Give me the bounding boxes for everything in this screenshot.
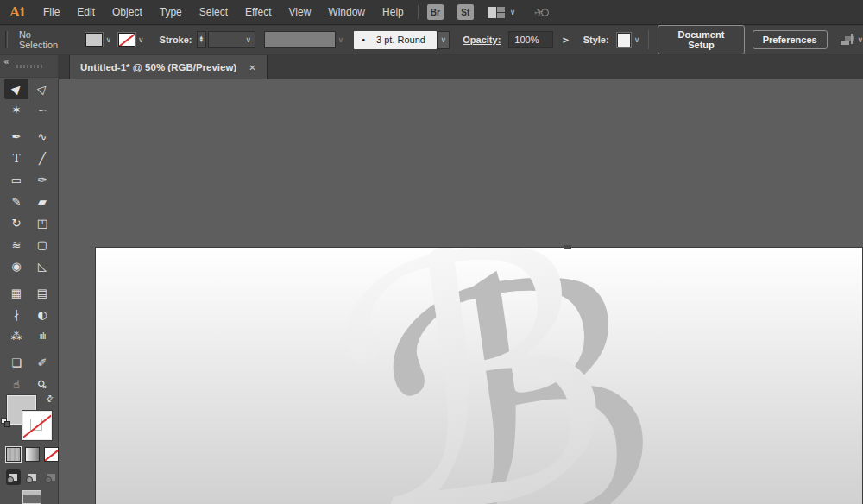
direct-selection-tool[interactable]: ▷: [30, 79, 54, 99]
rotate-tool[interactable]: ↻: [4, 213, 28, 234]
fill-swatch-chip: [85, 33, 103, 47]
menu-help[interactable]: Help: [374, 1, 413, 23]
document-tab-bar: Untitled-1* @ 50% (RGB/Preview) ✕: [59, 55, 863, 79]
tools-panel-header: «: [0, 55, 58, 78]
draw-normal-button[interactable]: [6, 469, 21, 485]
eyedropper-tool[interactable]: ∤: [4, 305, 28, 325]
stroke-color-dropdown[interactable]: ∨: [118, 33, 144, 47]
menu-window[interactable]: Window: [319, 1, 374, 23]
curvature-tool[interactable]: ∿: [30, 127, 54, 148]
stroke-weight-chevron-icon: ∨: [246, 36, 252, 44]
lasso-tool[interactable]: ∽: [30, 100, 54, 121]
pencil-tool[interactable]: ✎: [4, 192, 28, 212]
brush-definition-preview[interactable]: [264, 31, 335, 48]
document-setup-button[interactable]: Document Setup: [658, 25, 744, 54]
line-segment-tool-icon: ╱: [39, 153, 46, 164]
gradient-tool[interactable]: ▤: [30, 283, 54, 304]
style-chevron-icon[interactable]: ∨: [634, 36, 640, 44]
perspective-grid-tool[interactable]: ◺: [30, 256, 54, 277]
arrange-chevron-icon[interactable]: ∨: [857, 36, 863, 44]
menu-effect[interactable]: Effect: [236, 1, 280, 23]
artboard-handle[interactable]: [564, 245, 571, 249]
pen-tool[interactable]: ✒: [4, 127, 28, 148]
scale-tool[interactable]: ◳: [30, 213, 54, 234]
blend-tool-icon: ◐: [37, 309, 47, 320]
control-bar-divider: [648, 30, 649, 49]
menu-view[interactable]: View: [280, 1, 320, 23]
bridge-button[interactable]: Br: [427, 4, 444, 20]
tab-close-icon[interactable]: ✕: [249, 63, 255, 72]
fill-color-dropdown[interactable]: ∨: [85, 33, 111, 47]
screen-mode-button[interactable]: [22, 490, 41, 504]
workspace-switcher-icon[interactable]: [488, 7, 505, 18]
selection-tool[interactable]: ▶: [4, 79, 28, 99]
workspace-chevron-icon[interactable]: ∨: [510, 9, 516, 16]
width-tool-icon: ≋: [12, 239, 22, 250]
width-tool[interactable]: ≋: [4, 235, 28, 255]
shape-builder-tool-icon: ◉: [11, 261, 21, 272]
brush-preset-chevron[interactable]: ∨: [437, 31, 450, 49]
type-tool-icon: T: [13, 153, 21, 164]
stroke-weight-dropdown[interactable]: ∨: [208, 31, 255, 48]
paintbrush-tool-icon: ✑: [38, 174, 47, 186]
menu-bar: Ai File Edit Object Type Select Effect V…: [0, 0, 863, 25]
free-transform-tool[interactable]: ▢: [30, 235, 54, 255]
magic-wand-tool-icon: ✶: [12, 104, 22, 116]
slice-tool[interactable]: ✐: [30, 353, 54, 374]
stroke-none-chip: [118, 33, 135, 47]
hand-tool[interactable]: ☝: [4, 375, 28, 395]
fill-chevron-icon: ∨: [105, 36, 111, 44]
default-fill-stroke-icon[interactable]: [1, 418, 11, 428]
opacity-label[interactable]: Opacity:: [463, 35, 501, 45]
stroke-color-swatch[interactable]: [22, 411, 52, 440]
none-button[interactable]: [44, 447, 59, 462]
canvas-area[interactable]: ℬ ℬ: [59, 79, 863, 504]
swap-fill-stroke-icon[interactable]: ⇄: [43, 393, 55, 405]
brush-preview-chevron-icon[interactable]: ∨: [338, 36, 344, 44]
menu-type[interactable]: Type: [151, 1, 191, 23]
opacity-expand-icon[interactable]: >: [557, 35, 574, 45]
type-tool[interactable]: T: [4, 148, 28, 169]
draw-behind-button[interactable]: [25, 469, 40, 485]
line-segment-tool[interactable]: ╱: [30, 148, 54, 169]
menu-select[interactable]: Select: [191, 1, 236, 23]
workspace: Untitled-1* @ 50% (RGB/Preview) ✕ « ▶ ▷ …: [0, 55, 863, 504]
collapse-panel-icon[interactable]: «: [3, 56, 9, 67]
blend-tool[interactable]: ◐: [30, 305, 54, 325]
control-bar: No Selection ∨ ∨ Stroke: ▴ ▾ ∨ ∨ • 3 pt.…: [0, 26, 863, 54]
stock-button[interactable]: St: [457, 4, 474, 20]
mesh-tool[interactable]: ▦: [4, 283, 28, 304]
shape-builder-tool[interactable]: ◉: [4, 256, 28, 277]
letter-b-highlight: ℬ: [312, 248, 637, 504]
brush-dot-icon: •: [361, 35, 366, 45]
eraser-tool[interactable]: ▰: [30, 192, 54, 212]
zoom-tool-icon: ♀: [35, 378, 49, 392]
artboard[interactable]: ℬ ℬ: [95, 247, 863, 504]
paintbrush-tool[interactable]: ✑: [30, 170, 54, 191]
zoom-tool[interactable]: ♀: [30, 375, 54, 395]
opacity-input[interactable]: 100%: [508, 31, 553, 48]
control-bar-grip[interactable]: [5, 31, 8, 48]
artboard-tool[interactable]: ❏: [4, 353, 28, 374]
color-button[interactable]: [6, 447, 21, 462]
document-tab[interactable]: Untitled-1* @ 50% (RGB/Preview) ✕: [69, 55, 268, 79]
panel-grip[interactable]: [16, 65, 42, 68]
preferences-button[interactable]: Preferences: [753, 30, 828, 49]
brush-preset-dropdown[interactable]: • 3 pt. Round: [354, 31, 437, 49]
stepper-down-icon[interactable]: ▾: [200, 40, 204, 43]
sync-status-icon[interactable]: ✈: [534, 6, 549, 19]
menu-file[interactable]: File: [35, 1, 68, 23]
stroke-weight-stepper[interactable]: ▴ ▾: [197, 31, 207, 48]
symbol-sprayer-tool[interactable]: ⁂: [4, 326, 28, 347]
draw-inside-button[interactable]: [44, 469, 59, 485]
magic-wand-tool[interactable]: ✶: [4, 100, 28, 121]
workspace-pane-right: [497, 7, 505, 18]
style-swatch[interactable]: [617, 33, 631, 47]
rectangle-tool[interactable]: ▭: [4, 170, 28, 191]
arrange-documents-icon[interactable]: [841, 34, 854, 46]
gradient-button[interactable]: [25, 447, 40, 462]
menu-object[interactable]: Object: [104, 1, 151, 23]
brush-preset-value: 3 pt. Round: [376, 35, 425, 45]
menu-edit[interactable]: Edit: [68, 1, 104, 23]
column-graph-tool[interactable]: ıılı: [30, 326, 54, 347]
